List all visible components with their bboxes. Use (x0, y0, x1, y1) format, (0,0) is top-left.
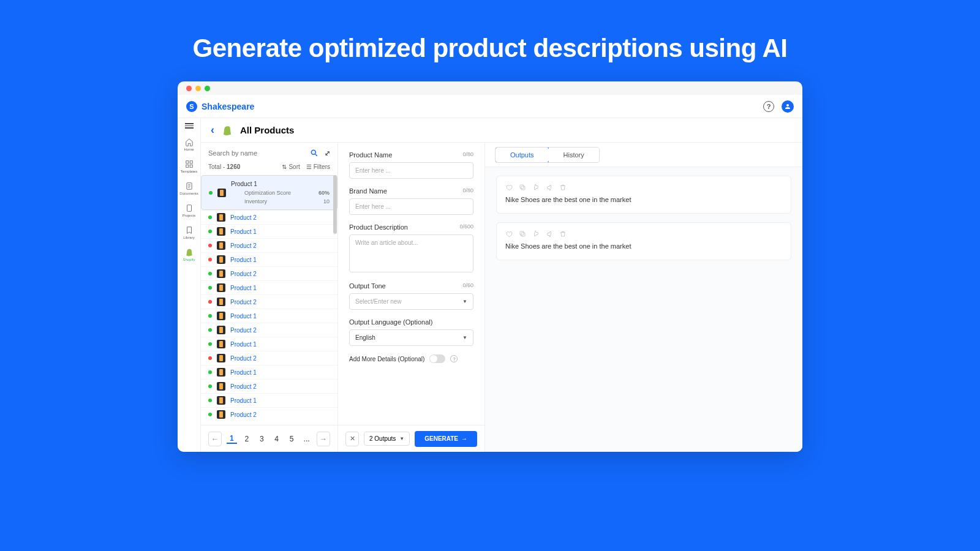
list-item[interactable]: Product 1 (201, 224, 337, 238)
app-window: S Shakespeare ? Home Templates Documents… (178, 81, 802, 452)
svg-point-6 (311, 150, 315, 154)
tab-outputs[interactable]: Outputs (495, 147, 549, 163)
product-name: Product 2 (230, 299, 257, 305)
list-item[interactable]: Product 1 (201, 309, 337, 323)
brand-name-input[interactable] (349, 198, 473, 215)
char-limit: 0/80 (462, 187, 473, 195)
status-dot (208, 272, 212, 276)
page-prev[interactable]: ← (208, 432, 222, 446)
list-item[interactable]: Product 2 (201, 210, 337, 224)
list-item[interactable]: Product 2 (201, 323, 337, 337)
list-item[interactable]: Product 1 (201, 252, 337, 266)
hero-title: Generate optimized product descriptions … (0, 0, 980, 81)
product-thumb (217, 326, 225, 334)
list-item[interactable]: Product 2 (201, 238, 337, 252)
arrow-right-icon: → (461, 435, 467, 442)
tab-history[interactable]: History (549, 148, 599, 162)
output-text: Nike Shoes are the best one in the marke… (505, 242, 782, 250)
page-header: ‹ All Products (201, 118, 802, 143)
page-num[interactable]: 3 (257, 435, 266, 443)
list-item[interactable]: Product 1 (201, 365, 337, 379)
sidebar-item-projects[interactable]: Projects (178, 201, 200, 220)
sidebar-item-library[interactable]: Library (178, 223, 200, 242)
clear-button[interactable]: ✕ (345, 432, 359, 446)
list-item[interactable]: Product 1 (201, 393, 337, 407)
close-dot[interactable] (186, 86, 192, 91)
product-name: Product 1 (230, 369, 257, 376)
filters-button[interactable]: ☰Filters (306, 163, 330, 170)
page-next[interactable]: → (317, 432, 330, 446)
sidebar: Home Templates Documents Projects Librar… (178, 118, 201, 452)
sidebar-item-shopify[interactable]: Shopify (178, 245, 200, 264)
list-item[interactable]: Product 1 (201, 337, 337, 351)
generate-button[interactable]: GENERATE→ (415, 431, 477, 447)
expand-icon[interactable]: ⤢ (325, 149, 330, 157)
list-item[interactable]: Product 2 (201, 294, 337, 309)
status-dot (208, 328, 212, 332)
back-icon[interactable]: ‹ (211, 124, 214, 137)
form-panel: Product Name0/80 Brand Name0/80 Product … (338, 143, 485, 452)
search-icon[interactable] (310, 149, 318, 157)
product-thumb (217, 283, 225, 292)
status-dot (208, 216, 212, 219)
page-num[interactable]: 4 (271, 435, 281, 443)
avatar-icon[interactable] (782, 100, 794, 113)
output-actions[interactable] (505, 184, 782, 191)
output-actions[interactable] (505, 230, 782, 238)
status-dot (208, 230, 212, 233)
titlebar (178, 81, 802, 95)
product-thumb (217, 255, 225, 264)
product-name: Product 1 (230, 397, 257, 404)
tone-label: Output Tone (349, 282, 386, 290)
product-name: Product 2 (230, 327, 257, 334)
product-thumb (217, 410, 225, 419)
list-item[interactable]: Product 1 (201, 280, 337, 294)
sidebar-item-documents[interactable]: Documents (178, 179, 200, 198)
product-name-input[interactable] (349, 162, 473, 179)
chevron-down-icon: ▼ (462, 335, 467, 340)
sort-button[interactable]: ⇅Sort (282, 163, 300, 170)
list-item[interactable]: Product 2 (201, 379, 337, 393)
help-icon[interactable]: ? (763, 101, 774, 112)
outputs-count-select[interactable]: 2 Outputs▼ (364, 432, 410, 446)
search-input[interactable] (208, 149, 304, 157)
tone-select[interactable]: Select/Enter new▼ (349, 293, 473, 310)
svg-rect-8 (520, 185, 524, 189)
sidebar-label: Documents (179, 192, 198, 195)
product-thumb (217, 354, 225, 362)
svg-rect-9 (521, 233, 525, 236)
pagination: ← 1 2 3 4 5 ... → (201, 425, 337, 452)
list-item[interactable]: Product 2 (201, 351, 337, 365)
outputs-panel: Outputs History Nike Shoes are the best … (485, 143, 802, 452)
list-item-selected[interactable]: Product 1 Optimization Score60% Inventor… (201, 175, 337, 210)
menu-icon[interactable] (185, 123, 194, 129)
product-name: Product 2 (230, 411, 257, 418)
list-item[interactable]: Product 2 (201, 407, 337, 421)
scrollbar[interactable] (333, 175, 337, 234)
status-dot (208, 342, 212, 346)
product-name: Product 1 (231, 181, 330, 187)
page-ellipsis: ... (301, 435, 311, 443)
char-limit: 0/60 (462, 282, 473, 290)
sidebar-item-home[interactable]: Home (178, 135, 200, 154)
maximize-dot[interactable] (205, 86, 210, 91)
product-thumb (217, 241, 225, 250)
list-item[interactable]: Product 2 (201, 266, 337, 280)
description-input[interactable] (349, 234, 473, 272)
product-list[interactable]: Product 1 Optimization Score60% Inventor… (201, 175, 337, 425)
sidebar-label: Shopify (183, 258, 195, 261)
page-num[interactable]: 2 (242, 435, 252, 443)
minimize-dot[interactable] (195, 86, 201, 91)
language-select[interactable]: English▼ (349, 329, 473, 346)
product-name: Product 1 (230, 228, 257, 235)
sidebar-item-templates[interactable]: Templates (178, 157, 200, 176)
page-num[interactable]: 5 (287, 435, 296, 443)
help-icon[interactable]: ? (450, 355, 458, 362)
product-thumb (217, 269, 225, 278)
brand[interactable]: S Shakespeare (186, 101, 254, 112)
status-dot (208, 300, 212, 304)
more-details-toggle[interactable] (429, 354, 445, 363)
shopify-icon (222, 125, 233, 136)
page-num[interactable]: 1 (227, 434, 236, 444)
sidebar-label: Projects (183, 214, 196, 217)
